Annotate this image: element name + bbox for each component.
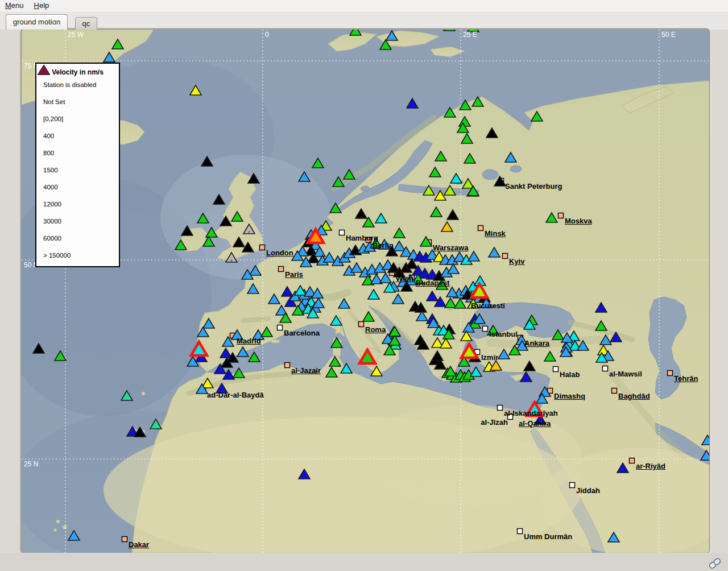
city-square [278,325,283,330]
status-bar [0,553,728,571]
city-square [478,226,483,231]
city-square [503,254,508,259]
city-square [359,322,364,327]
city-square [630,458,635,464]
city-square [508,415,513,420]
svg-text:x: x [230,258,233,263]
legend-label: [0,200] [43,115,63,122]
city-square [668,371,673,376]
connection-status-icon [708,556,722,570]
tab-qc[interactable]: qc [75,17,98,30]
svg-text:x: x [248,229,250,234]
legend-item: 12000 [36,196,119,213]
station-marker[interactable] [468,30,479,32]
city-square [279,267,284,272]
legend-item: > 150000 [36,247,119,264]
city-square [559,213,564,218]
legend-label: 800 [43,150,54,156]
legend-label: 1500 [43,167,58,173]
legend-label: Not Set [43,98,65,105]
city-square [483,326,488,332]
legend-item: 30000 [36,213,119,230]
legend-label: 12000 [43,201,61,208]
legend-triangle-icon [36,64,51,76]
city-square [570,483,575,488]
menu-item-help[interactable]: Help [29,0,55,11]
tab-ground-motion[interactable]: ground motion [6,14,68,30]
map-legend: Velocity in nm/s xStation is disabledNot… [35,63,120,267]
legend-item: [0,200] [36,110,119,127]
map-view[interactable]: xx 25 W025 E50 E75 N50 N25 NLondonParisH… [20,28,710,554]
station-marker[interactable] [444,30,455,31]
city-square [553,367,559,372]
city-square [366,238,371,243]
city-square [285,363,290,368]
city-square [260,245,265,250]
legend-item: 1500 [36,162,119,179]
tab-bar: ground motionqc [0,13,728,30]
legend-label: 30000 [43,218,61,225]
city-square [340,230,345,235]
legend-label: 400 [43,133,54,139]
legend-item: Not Set [36,93,119,110]
city-square [498,406,503,411]
legend-item: 4000 [36,179,119,196]
legend-label: Station is disabled [43,81,96,88]
legend-item: 400 [36,127,119,144]
legend-item: 800 [36,144,119,162]
legend-label: 60000 [43,235,61,242]
menu-item-menu[interactable]: Menu [0,0,29,11]
city-square [122,537,127,542]
legend-item: 60000 [36,230,119,247]
legend-label: > 150000 [43,252,71,259]
legend-label: 4000 [43,184,58,191]
legend-item: xStation is disabled [36,76,119,93]
menu-bar: MenuHelp [0,0,728,13]
city-square [603,366,608,371]
city-square [518,529,523,534]
city-square [612,388,617,394]
